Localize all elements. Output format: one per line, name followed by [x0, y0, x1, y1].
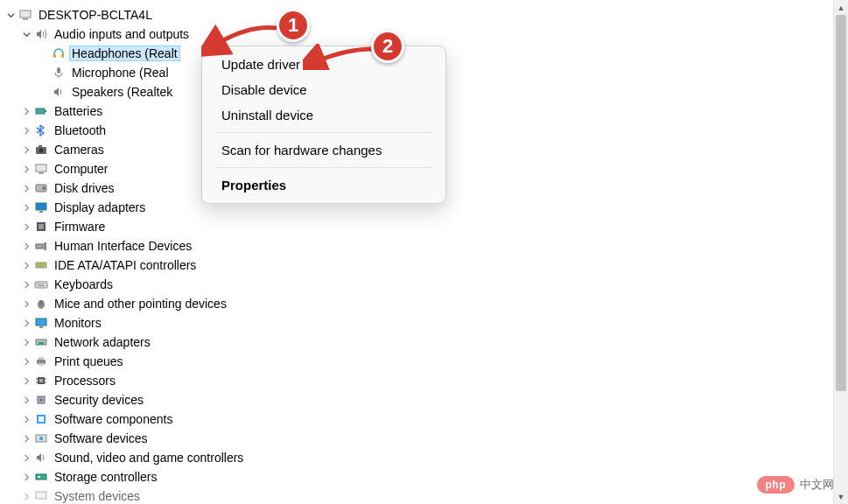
- ctx-properties[interactable]: Properties: [202, 172, 445, 198]
- tree-category-monitors[interactable]: Monitors: [4, 313, 848, 332]
- tree-label-selected: Headphones (Realt: [70, 46, 179, 60]
- chevron-right-icon[interactable]: [19, 412, 33, 426]
- chevron-right-icon[interactable]: [19, 220, 33, 234]
- tree-label: Firmware: [53, 220, 107, 234]
- tree-label: Computer: [53, 162, 109, 176]
- tree-label: Disk drives: [53, 181, 116, 195]
- tree-label: Speakers (Realtek: [70, 85, 174, 99]
- firmware-icon: [33, 219, 49, 234]
- chevron-right-icon[interactable]: [19, 431, 33, 445]
- tree-label: Processors: [53, 374, 117, 388]
- chevron-right-icon[interactable]: [19, 181, 33, 195]
- context-menu: Update driver Disable device Uninstall d…: [201, 46, 446, 204]
- svg-point-13: [42, 186, 46, 190]
- chevron-right-icon[interactable]: [19, 297, 33, 311]
- tree-category-ide[interactable]: IDE ATA/ATAPI controllers: [4, 256, 848, 275]
- scroll-up-button[interactable]: ▲: [834, 0, 848, 15]
- system-device-icon: [33, 488, 49, 504]
- svg-rect-18: [36, 244, 43, 248]
- tree-label: Security devices: [53, 393, 145, 407]
- tree-label: Bluetooth: [53, 123, 108, 137]
- chevron-right-icon[interactable]: [19, 258, 33, 272]
- tree-category-processors[interactable]: Processors: [4, 371, 848, 390]
- tree-label: DESKTOP-BCLTA4L: [37, 8, 154, 22]
- svg-rect-36: [39, 357, 44, 360]
- svg-rect-25: [37, 284, 39, 284]
- svg-rect-27: [42, 284, 44, 284]
- chevron-right-icon[interactable]: [19, 143, 33, 157]
- chevron-right-icon[interactable]: [19, 200, 33, 214]
- tree-category-software-components[interactable]: Software components: [4, 410, 848, 429]
- storage-controller-icon: [33, 469, 49, 485]
- battery-icon: [33, 103, 49, 119]
- tree-category-mice[interactable]: Mice and other pointing devices: [4, 294, 848, 313]
- chevron-right-icon[interactable]: [19, 104, 33, 118]
- svg-rect-34: [39, 342, 44, 345]
- speaker-icon: [51, 84, 67, 100]
- chevron-right-icon[interactable]: [19, 354, 33, 368]
- ctx-update-driver[interactable]: Update driver: [202, 52, 445, 77]
- chevron-right-icon[interactable]: [19, 316, 33, 330]
- scroll-down-button[interactable]: ▼: [834, 489, 848, 504]
- svg-rect-3: [61, 54, 64, 58]
- chevron-right-icon[interactable]: [19, 470, 33, 484]
- tree-label: Software devices: [53, 431, 150, 445]
- network-adapter-icon: [33, 334, 49, 350]
- tree-category-storage[interactable]: Storage controllers: [4, 467, 848, 486]
- svg-rect-19: [44, 242, 46, 250]
- tree-category-software-devices[interactable]: Software devices: [4, 429, 848, 448]
- chevron-down-icon[interactable]: [19, 27, 33, 41]
- chevron-right-icon[interactable]: [19, 277, 33, 291]
- tree-label: Network adapters: [53, 335, 152, 349]
- processor-icon: [33, 373, 49, 388]
- svg-rect-37: [39, 363, 44, 366]
- tree-category-audio[interactable]: Audio inputs and outputs: [4, 24, 848, 44]
- tree-label: Cameras: [53, 143, 106, 157]
- chevron-down-icon[interactable]: [4, 8, 18, 22]
- ctx-disable-device[interactable]: Disable device: [202, 77, 445, 102]
- annotation-number: 1: [288, 14, 298, 37]
- chevron-right-icon[interactable]: [19, 335, 33, 349]
- scroll-thumb[interactable]: [836, 15, 846, 391]
- hid-icon: [33, 238, 49, 254]
- svg-rect-2: [53, 54, 56, 58]
- vertical-scrollbar[interactable]: ▲ ▼: [833, 0, 848, 504]
- tree-label: Sound, video and game controllers: [53, 451, 245, 465]
- svg-point-49: [39, 437, 43, 440]
- chevron-right-icon[interactable]: [19, 451, 33, 465]
- annotation-number: 2: [382, 35, 393, 58]
- tree-category-sound[interactable]: Sound, video and game controllers: [4, 448, 848, 467]
- svg-rect-47: [39, 416, 44, 422]
- chevron-right-icon[interactable]: [19, 489, 33, 503]
- ctx-uninstall-device[interactable]: Uninstall device: [202, 102, 445, 128]
- microphone-icon: [51, 65, 67, 80]
- tree-label: Software components: [53, 412, 174, 426]
- bluetooth-icon: [33, 122, 49, 138]
- display-adapter-icon: [33, 200, 49, 215]
- svg-rect-32: [39, 326, 43, 328]
- tree-category-hid[interactable]: Human Interface Devices: [4, 236, 848, 256]
- tree-category-keyboards[interactable]: Keyboards: [4, 275, 848, 294]
- tree-root-computer[interactable]: DESKTOP-BCLTA4L: [4, 5, 848, 24]
- chevron-right-icon[interactable]: [19, 374, 33, 388]
- svg-rect-24: [35, 282, 47, 288]
- chevron-right-icon[interactable]: [19, 393, 33, 407]
- svg-rect-5: [36, 108, 45, 114]
- svg-rect-1: [23, 18, 28, 20]
- annotation-badge-1: 1: [277, 9, 310, 42]
- camera-icon: [33, 142, 49, 158]
- tree-category-system[interactable]: System devices: [4, 486, 848, 504]
- tree-category-print-queues[interactable]: Print queues: [4, 352, 848, 371]
- mouse-icon: [33, 296, 49, 312]
- chevron-right-icon[interactable]: [19, 239, 33, 253]
- tree-label: Audio inputs and outputs: [53, 27, 191, 41]
- ctx-separator: [214, 132, 433, 133]
- svg-point-45: [40, 399, 43, 402]
- chevron-right-icon[interactable]: [19, 123, 33, 137]
- tree-category-security[interactable]: Security devices: [4, 390, 848, 410]
- tree-category-firmware[interactable]: Firmware: [4, 217, 848, 236]
- chevron-right-icon[interactable]: [19, 162, 33, 176]
- tree-category-network[interactable]: Network adapters: [4, 332, 848, 352]
- svg-rect-11: [39, 172, 44, 174]
- ctx-scan-hardware[interactable]: Scan for hardware changes: [202, 137, 445, 163]
